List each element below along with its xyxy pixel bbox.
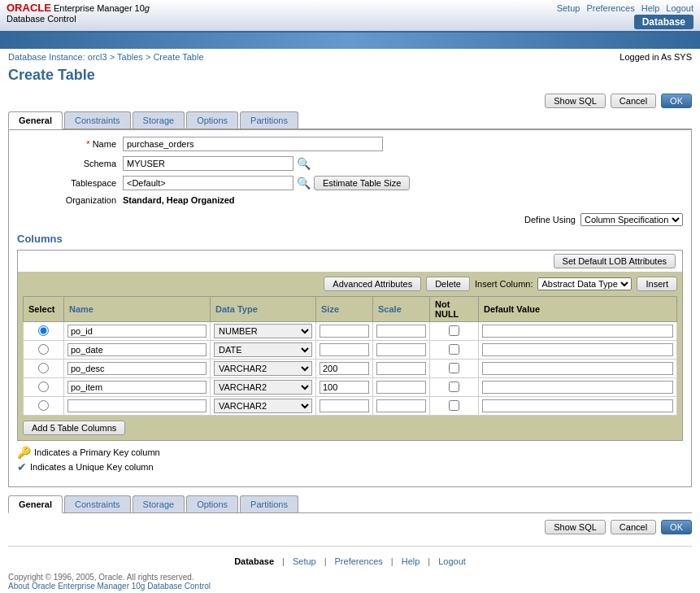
cancel-button-top[interactable]: Cancel <box>611 94 656 108</box>
db-control-text: Database Control <box>7 14 150 24</box>
row-select-radio-2[interactable] <box>38 363 49 373</box>
footer-setup-link[interactable]: Setup <box>293 556 316 566</box>
row-select-radio-1[interactable] <box>38 344 49 355</box>
breadcrumb-bar: Database Instance: orcl3 > Tables > Crea… <box>0 49 700 65</box>
col-name-input-2[interactable] <box>67 362 207 375</box>
organization-value: Standard, Heap Organized <box>123 195 235 205</box>
bottom-tab-options[interactable]: Options <box>186 495 238 512</box>
col-header-not-null: Not NULL <box>430 297 479 322</box>
tablespace-input[interactable] <box>123 176 293 190</box>
copyright-text: Copyright © 1996, 2005, Oracle. All righ… <box>8 573 692 582</box>
name-label: * Name <box>17 139 123 149</box>
cancel-bottom-button[interactable]: Cancel <box>611 520 656 534</box>
bottom-tab-general[interactable]: General <box>8 495 63 513</box>
row-select-radio-4[interactable] <box>38 400 49 411</box>
advanced-attributes-button[interactable]: Advanced Attributes <box>324 277 421 291</box>
logged-in-text: Logged in As SYS <box>620 52 692 62</box>
tab-general[interactable]: General <box>8 111 63 129</box>
col-datatype-select-0[interactable]: CHARDATEFLOATINTEGERNUMBERVARCHAR2 <box>214 324 312 338</box>
ok-bottom-button[interactable]: OK <box>661 520 692 534</box>
col-default-input-0[interactable] <box>482 325 673 338</box>
col-size-input-2[interactable] <box>320 362 369 375</box>
col-not-null-checkbox-3[interactable] <box>449 382 459 392</box>
blue-bar <box>0 33 700 49</box>
setup-link[interactable]: Setup <box>557 3 580 13</box>
row-select-radio-3[interactable] <box>38 382 49 392</box>
col-not-null-checkbox-1[interactable] <box>449 344 459 355</box>
row-select-radio-0[interactable] <box>38 325 49 336</box>
col-not-null-checkbox-0[interactable] <box>449 325 459 336</box>
footer-tabs: General Constraints Storage Options Part… <box>0 492 700 513</box>
col-size-input-4[interactable] <box>320 399 369 412</box>
col-name-input-0[interactable] <box>67 325 207 338</box>
tab-options[interactable]: Options <box>186 111 238 129</box>
bottom-tab-partitions[interactable]: Partitions <box>240 495 298 512</box>
delete-button[interactable]: Delete <box>426 277 470 291</box>
name-input[interactable] <box>123 137 383 151</box>
footer-preferences-link[interactable]: Preferences <box>335 556 383 566</box>
top-action-bar: Show SQL Cancel OK <box>0 90 700 111</box>
ok-button-top[interactable]: OK <box>661 94 692 108</box>
logout-link[interactable]: Logout <box>666 3 693 13</box>
col-default-input-1[interactable] <box>482 343 673 356</box>
col-name-input-4[interactable] <box>67 399 207 412</box>
footer-help-link[interactable]: Help <box>402 556 420 566</box>
col-scale-input-0[interactable] <box>376 325 426 338</box>
show-sql-button[interactable]: Show SQL <box>545 94 606 108</box>
col-name-input-3[interactable] <box>67 381 207 394</box>
preferences-link[interactable]: Preferences <box>586 3 634 13</box>
tab-storage[interactable]: Storage <box>133 111 185 129</box>
col-datatype-select-1[interactable]: CHARDATEFLOATINTEGERNUMBERVARCHAR2 <box>214 342 312 357</box>
col-default-input-2[interactable] <box>482 362 673 375</box>
col-size-input-3[interactable] <box>320 381 369 394</box>
schema-search-icon[interactable]: 🔍 <box>293 157 314 170</box>
add-table-columns-button[interactable]: Add 5 Table Columns <box>23 421 125 435</box>
schema-input[interactable] <box>123 156 293 171</box>
unique-key-text: Indicates a Unique Key column <box>30 462 154 472</box>
col-not-null-checkbox-2[interactable] <box>449 363 459 373</box>
set-default-lob-button[interactable]: Set Default LOB Attributes <box>554 254 676 268</box>
about-link[interactable]: About Oracle Enterprise Manager 10g Data… <box>8 582 211 591</box>
col-header-default-value: Default Value <box>479 297 677 322</box>
col-name-input-1[interactable] <box>67 343 207 356</box>
col-scale-input-1[interactable] <box>376 343 426 356</box>
estimate-table-size-button[interactable]: Estimate Table Size <box>314 176 410 190</box>
organization-row: Organization Standard, Heap Organized <box>17 195 683 205</box>
define-using-select[interactable]: Column Specification <box>580 213 683 226</box>
unique-key-icon: ✔ <box>17 460 27 473</box>
instance-link[interactable]: Database Instance: orcl3 <box>8 52 107 62</box>
col-size-input-0[interactable] <box>320 325 369 338</box>
col-default-input-4[interactable] <box>482 399 673 412</box>
columns-toolbar2: Advanced Attributes Delete Insert Column… <box>23 277 677 291</box>
col-scale-input-4[interactable] <box>376 399 426 412</box>
insert-button[interactable]: Insert <box>637 277 677 291</box>
db-badge: Database <box>634 15 693 29</box>
col-default-input-3[interactable] <box>482 381 673 394</box>
tab-constraints[interactable]: Constraints <box>64 111 131 129</box>
page-title: Create Table <box>0 65 700 90</box>
primary-key-legend: 🔑 Indicates a Primary Key column <box>17 446 683 459</box>
oracle-text: ORACLE <box>7 2 51 14</box>
bottom-tab-constraints[interactable]: Constraints <box>64 495 131 512</box>
add-columns-area: Add 5 Table Columns <box>23 421 677 435</box>
bottom-tab-storage[interactable]: Storage <box>133 495 185 512</box>
main-content: * Name Schema 🔍 Tablespace 🔍 Estimate Ta… <box>8 129 692 487</box>
col-not-null-checkbox-4[interactable] <box>449 400 459 411</box>
help-link[interactable]: Help <box>641 3 660 13</box>
tablespace-search-icon[interactable]: 🔍 <box>293 177 314 190</box>
col-scale-input-3[interactable] <box>376 381 426 394</box>
show-sql-bottom-button[interactable]: Show SQL <box>545 520 606 534</box>
columns-section: Set Default LOB Attributes Advanced Attr… <box>17 250 683 441</box>
col-datatype-select-2[interactable]: CHARDATEFLOATINTEGERNUMBERVARCHAR2 <box>214 361 312 376</box>
abstract-data-type-select[interactable]: Abstract Data Type <box>537 277 632 290</box>
tab-partitions[interactable]: Partitions <box>240 111 298 129</box>
schema-row: Schema 🔍 <box>17 156 683 171</box>
col-size-input-1[interactable] <box>320 343 369 356</box>
col-datatype-select-4[interactable]: CHARDATEFLOATINTEGERNUMBERVARCHAR2 <box>214 399 312 413</box>
footer-logout-link[interactable]: Logout <box>438 556 466 566</box>
col-datatype-select-3[interactable]: CHARDATEFLOATINTEGERNUMBERVARCHAR2 <box>214 380 312 395</box>
tables-link[interactable]: Tables <box>117 52 143 62</box>
bottom-action-bar: Show SQL Cancel OK <box>0 513 700 541</box>
table-row: CHARDATEFLOATINTEGERNUMBERVARCHAR2 <box>24 360 677 378</box>
col-scale-input-2[interactable] <box>376 362 426 375</box>
